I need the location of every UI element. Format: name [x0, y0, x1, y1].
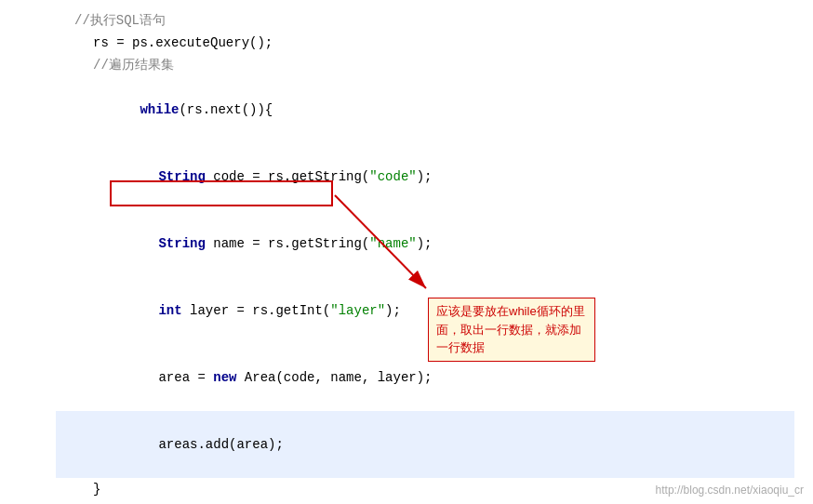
code-line-4: while(rs.next()){ [56, 76, 794, 143]
code-line-6: String name = rs.getString("name"); [56, 210, 794, 277]
code-text: area = new Area(code, name, layer); [56, 344, 433, 411]
code-line-5: String code = rs.getString("code"); [56, 143, 794, 210]
code-text: rs = ps.executeQuery(); [56, 32, 273, 54]
code-line-1: //执行SQL语句 [56, 9, 794, 32]
code-line-8: area = new Area(code, name, layer); [56, 344, 794, 411]
code-text: while(rs.next()){ [56, 76, 273, 143]
code-line-2: rs = ps.executeQuery(); [56, 32, 794, 54]
code-block: //执行SQL语句 rs = ps.executeQuery(); //遍历结果… [0, 0, 813, 504]
code-text: areas.add(area); [56, 411, 284, 478]
code-text: } catch (SQLException e) { [56, 500, 325, 504]
code-text: //执行SQL语句 [56, 9, 166, 32]
code-line-7: int layer = rs.getInt("layer"); [56, 277, 794, 344]
code-text: int layer = rs.getInt("layer"); [56, 277, 401, 344]
code-line-9: areas.add(area); [56, 411, 794, 478]
code-text: } [56, 478, 100, 500]
code-text: //遍历结果集 [56, 54, 174, 76]
code-text: String code = rs.getString("code"); [56, 143, 433, 210]
watermark: http://blog.csdn.net/xiaoqiu_cr [656, 484, 804, 497]
code-line-3: //遍历结果集 [56, 54, 794, 76]
code-text: String name = rs.getString("name"); [56, 210, 433, 277]
code-line-11: } catch (SQLException e) { [56, 500, 794, 504]
annotation-box: 应该是要放在while循环的里面，取出一行数据，就添加一行数据 [428, 298, 595, 362]
